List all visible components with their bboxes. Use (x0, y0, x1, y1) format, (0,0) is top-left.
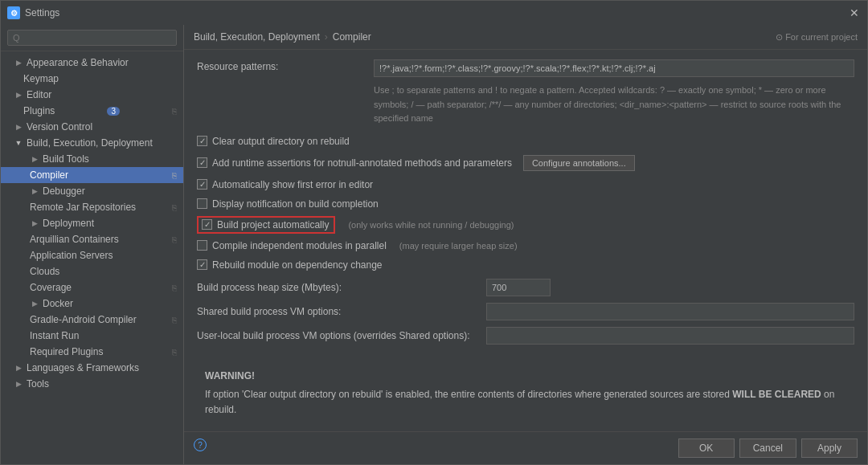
sidebar-item-label: Appearance & Behavior (27, 57, 129, 68)
sidebar-item-editor[interactable]: ▶ Editor (1, 87, 183, 103)
copy-icon: ⎘ (172, 283, 177, 292)
sidebar-item-remote-jar[interactable]: Remote Jar Repositories ⎘ (1, 199, 183, 215)
copy-icon: ⎘ (172, 107, 177, 116)
clear-output-label: Clear output directory on rebuild (212, 136, 350, 147)
sidebar-item-docker[interactable]: ▶ Docker (1, 296, 183, 312)
sidebar-item-plugins[interactable]: Plugins 3 ⎘ (1, 103, 183, 119)
ok-button[interactable]: OK (678, 438, 735, 458)
sidebar-item-languages[interactable]: ▶ Languages & Frameworks (1, 360, 183, 376)
sidebar-item-label: Build Tools (43, 153, 89, 165)
resource-patterns-row: Resource patterns: (197, 59, 854, 77)
sidebar-item-label: Instant Run (30, 330, 79, 341)
sidebar-item-label: Remote Jar Repositories (30, 202, 136, 213)
heap-size-row: Build process heap size (Mbytes): (197, 279, 854, 296)
sidebar-item-version-control[interactable]: ▶ Version Control (1, 119, 183, 135)
build-auto-highlighted: Build project automatically (197, 216, 335, 234)
sidebar-item-build-exec[interactable]: ▼ Build, Execution, Deployment (1, 135, 183, 151)
runtime-assertions-checkbox-row: Add runtime assertions for notnull-annot… (197, 153, 854, 173)
sidebar-item-label: Languages & Frameworks (27, 362, 139, 373)
show-first-error-checkbox-row: Automatically show first error in editor (197, 177, 854, 192)
compile-parallel-hint: (may require larger heap size) (399, 241, 518, 251)
plugins-badge: 3 (107, 107, 120, 116)
sidebar-item-instant-run[interactable]: Instant Run (1, 328, 183, 344)
sidebar-item-coverage[interactable]: Coverage ⎘ (1, 279, 183, 296)
shared-vm-input[interactable] (486, 303, 854, 320)
sidebar-item-label: Keymap (23, 73, 59, 84)
expand-arrow: ▶ (30, 218, 39, 228)
main-panel: Build, Execution, Deployment › Compiler … (184, 25, 867, 464)
resource-patterns-input[interactable] (374, 59, 854, 77)
compile-parallel-label: Compile independent modules in parallel (212, 240, 387, 251)
sidebar-item-app-servers[interactable]: Application Servers (1, 247, 183, 263)
shared-vm-row: Shared build process VM options: (197, 303, 854, 320)
clear-output-checkbox-row: Clear output directory on rebuild (197, 134, 854, 149)
expand-arrow: ▶ (30, 299, 39, 308)
settings-content: Resource patterns: Use ; to separate pat… (184, 50, 867, 431)
sidebar-item-compiler[interactable]: Compiler ⎘ (1, 167, 183, 183)
build-auto-row: Build project automatically (only works … (197, 216, 854, 234)
display-notification-label: Display notification on build completion (212, 198, 379, 210)
app-icon: ⚙ (7, 6, 20, 19)
sidebar-item-debugger[interactable]: ▶ Debugger (1, 183, 183, 199)
sidebar-item-label: Clouds (30, 266, 59, 277)
search-box (1, 25, 183, 51)
display-notification-checkbox-row: Display notification on build completion (197, 197, 854, 211)
resource-patterns-help: Use ; to separate patterns and ! to nega… (197, 84, 854, 126)
settings-window: ⚙ Settings ✕ ▶ Appearance & Behavior Key… (0, 0, 868, 465)
display-notification-checkbox[interactable] (197, 198, 207, 209)
clear-output-checkbox[interactable] (197, 136, 207, 146)
rebuild-module-checkbox[interactable] (197, 259, 207, 270)
apply-button[interactable]: Apply (801, 438, 858, 458)
sidebar-item-appearance[interactable]: ▶ Appearance & Behavior (1, 55, 183, 71)
expand-arrow: ▶ (14, 58, 23, 67)
sidebar-item-required-plugins[interactable]: Required Plugins ⎘ (1, 344, 183, 360)
configure-annotations-button[interactable]: Configure annotations... (523, 155, 635, 171)
sidebar-item-tools[interactable]: ▶ Tools (1, 376, 183, 392)
sidebar: ▶ Appearance & Behavior Keymap ▶ Editor … (1, 25, 184, 464)
shared-vm-label: Shared build process VM options: (197, 306, 486, 317)
runtime-assertions-checkbox[interactable] (197, 157, 207, 168)
compile-parallel-row: Compile independent modules in parallel … (197, 239, 854, 253)
sidebar-item-label: Deployment (43, 218, 94, 229)
sidebar-item-label: Version Control (27, 121, 92, 133)
user-vm-label: User-local build process VM options (ove… (197, 330, 486, 341)
build-auto-hint: (only works while not running / debuggin… (348, 220, 514, 230)
user-vm-input[interactable] (486, 327, 854, 345)
expand-arrow: ▶ (14, 379, 23, 389)
close-button[interactable]: ✕ (848, 6, 861, 19)
show-first-error-row: Automatically show first error in editor (197, 177, 854, 192)
heap-size-input[interactable] (486, 279, 551, 296)
search-input[interactable] (7, 30, 177, 46)
compile-parallel-checkbox-row: Compile independent modules in parallel … (197, 239, 854, 253)
expand-arrow: ▶ (14, 90, 23, 100)
sidebar-item-label: Application Servers (30, 250, 113, 261)
copy-icon: ⎘ (172, 171, 177, 180)
sidebar-item-gradle-android[interactable]: Gradle-Android Compiler ⎘ (1, 312, 183, 328)
rebuild-module-label: Rebuild module on dependency change (212, 259, 383, 271)
sidebar-item-build-tools[interactable]: ▶ Build Tools (1, 151, 183, 167)
help-icon[interactable]: ? (194, 438, 207, 451)
breadcrumb-parent: Build, Execution, Deployment (194, 31, 320, 43)
sidebar-item-label: Coverage (30, 282, 72, 293)
rebuild-module-checkbox-row: Rebuild module on dependency change (197, 258, 854, 272)
sidebar-item-deployment[interactable]: ▶ Deployment (1, 215, 183, 231)
title-bar-left: ⚙ Settings (7, 6, 59, 19)
compile-parallel-checkbox[interactable] (197, 240, 207, 251)
sidebar-item-arquillian[interactable]: Arquillian Containers ⎘ (1, 231, 183, 247)
expand-arrow: ▶ (30, 154, 39, 164)
build-auto-checkbox[interactable] (202, 219, 212, 230)
sidebar-item-clouds[interactable]: Clouds (1, 263, 183, 279)
sidebar-item-keymap[interactable]: Keymap (1, 71, 183, 87)
bottom-bar: ? OK Cancel Apply (184, 431, 867, 464)
content-area: ▶ Appearance & Behavior Keymap ▶ Editor … (1, 25, 867, 464)
cancel-button[interactable]: Cancel (739, 438, 796, 458)
copy-icon: ⎘ (172, 235, 177, 244)
breadcrumb-current: Compiler (333, 31, 371, 43)
sidebar-tree: ▶ Appearance & Behavior Keymap ▶ Editor … (1, 51, 183, 464)
user-vm-row: User-local build process VM options (ove… (197, 327, 854, 345)
sidebar-item-label: Arquillian Containers (30, 234, 119, 245)
show-first-error-checkbox[interactable] (197, 179, 207, 190)
breadcrumb: Build, Execution, Deployment › Compiler … (184, 25, 867, 50)
sidebar-item-label: Build, Execution, Deployment (27, 137, 153, 149)
copy-icon: ⎘ (172, 203, 177, 212)
